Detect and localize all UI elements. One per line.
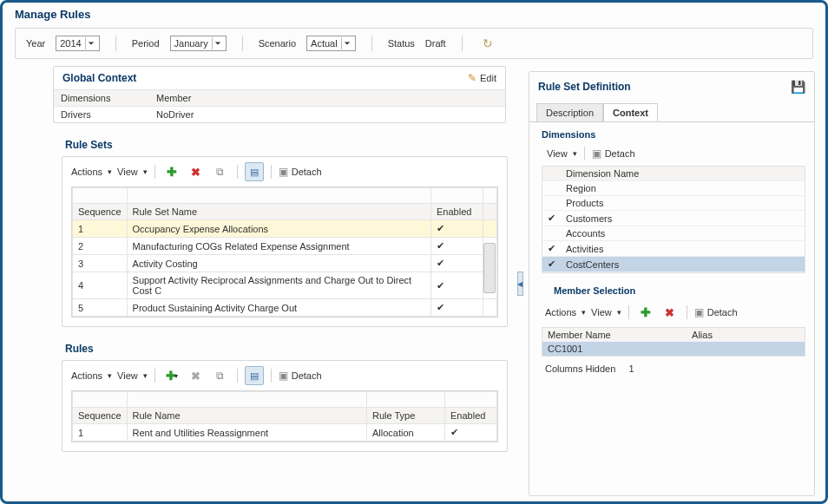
cell-seq: 2 (73, 238, 128, 255)
rules-grid: Sequence Rule Name Rule Type Enabled 1 R… (71, 390, 498, 442)
cell-dim: Accounts (561, 226, 805, 241)
scrollbar-thumb[interactable] (483, 243, 496, 293)
table-row[interactable]: 4 Support Activity Reciprocal Assignment… (73, 272, 497, 299)
cell-check (542, 226, 561, 241)
cell-dimension: Drivers (54, 107, 149, 123)
x-icon: ✖ (665, 306, 674, 319)
col-member-name[interactable]: Member Name (542, 328, 687, 342)
detach-icon: ▣ (279, 166, 288, 178)
table-row[interactable]: Products (542, 196, 805, 211)
table-row[interactable]: ✔Activities (542, 241, 805, 257)
cell-enabled: ✔ (431, 299, 483, 317)
cell-name: Occupancy Expense Allocations (127, 220, 430, 238)
table-row[interactable]: 1 Rent and Utilities Reassignment Alloca… (73, 424, 497, 442)
columns-hidden: Columns Hidden 1 (529, 360, 814, 381)
col-sequence[interactable]: Sequence (73, 408, 128, 424)
copy-button[interactable]: ⧉ (211, 366, 230, 385)
period-label: Period (132, 38, 160, 49)
edit-button[interactable]: ✎ Edit (468, 72, 496, 84)
refresh-icon: ↻ (483, 36, 493, 50)
page-title: Manage Rules (3, 3, 825, 24)
dimensions-grid: Dimension Name Region Products ✔Customer… (542, 166, 805, 273)
rules-title: Rules (53, 336, 508, 360)
tab-context[interactable]: Context (603, 103, 658, 121)
col-dimensions: Dimensions (54, 90, 149, 107)
tab-description[interactable]: Description (536, 103, 603, 121)
separator (242, 36, 243, 51)
view-menu[interactable]: View (591, 307, 621, 317)
table-row[interactable]: 3 Activity Costing ✔ (73, 255, 497, 272)
scenario-select[interactable]: Actual (306, 36, 356, 51)
edit-icon-button[interactable]: ▤ (245, 366, 264, 385)
col-enabled[interactable]: Enabled (445, 408, 497, 424)
table-row[interactable]: Accounts (542, 226, 805, 241)
cell-enabled: ✔ (431, 238, 483, 255)
cell-enabled: ✔ (431, 255, 483, 272)
actions-menu[interactable]: Actions (71, 167, 112, 177)
cell-dim: Customers (561, 211, 805, 226)
year-select[interactable]: 2014 (56, 36, 99, 51)
separator (237, 369, 238, 383)
detach-button[interactable]: ▣ Detach (592, 147, 635, 160)
edit-icon-button[interactable]: ▤ (245, 162, 264, 181)
table-row[interactable]: CC1001 (542, 342, 805, 356)
refresh-button[interactable]: ↻ (478, 34, 497, 53)
col-enabled[interactable]: Enabled (431, 204, 483, 220)
add-button[interactable]: ✚ (636, 303, 655, 322)
table-row[interactable]: Region (542, 181, 805, 196)
col-alias[interactable]: Alias (687, 328, 805, 342)
table-row[interactable]: 2 Manufacturing COGs Related Expense Ass… (73, 238, 497, 255)
detach-button[interactable]: ▣ Detach (694, 306, 738, 318)
period-select[interactable]: January (170, 36, 227, 51)
col-name[interactable]: Rule Name (127, 408, 366, 424)
cell-enabled: ✔ (445, 424, 497, 442)
member-selection-title: Member Selection (529, 278, 814, 299)
rules-toolbar: Actions View ✚▾ ✖ ⧉ ▤ ▣ Detach (62, 361, 507, 390)
col-member: Member (149, 90, 505, 107)
rule-sets-title: Rule Sets (53, 132, 508, 156)
save-icon: 💾 (791, 80, 805, 94)
separator (584, 147, 585, 160)
table-row[interactable]: ✔CostCenters (542, 257, 805, 272)
copy-icon: ⧉ (216, 166, 224, 178)
year-label: Year (26, 38, 45, 49)
detach-label: Detach (292, 167, 322, 177)
col-dim-name[interactable]: Dimension Name (561, 167, 805, 181)
cell-check: ✔ (542, 211, 561, 226)
status-value: Draft (425, 38, 446, 49)
rule-sets-toolbar: Actions View ✚ ✖ ⧉ ▤ ▣ Detach (62, 157, 507, 187)
col-type[interactable]: Rule Type (367, 408, 445, 424)
view-menu[interactable]: View (547, 148, 577, 159)
actions-menu[interactable]: Actions (545, 307, 586, 317)
table-row[interactable]: 1 Occupancy Expense Allocations ✔ (73, 220, 497, 238)
cell-member-name: CC1001 (542, 342, 687, 356)
rsd-tabs: Description Context (529, 96, 814, 122)
delete-button[interactable]: ✖ (660, 303, 680, 322)
separator (237, 165, 238, 179)
detach-label: Detach (292, 370, 322, 381)
detach-button[interactable]: ▣ Detach (279, 370, 322, 382)
table-row[interactable]: ✔Customers (542, 211, 805, 226)
col-name[interactable]: Rule Set Name (127, 204, 430, 220)
table-row[interactable]: 5 Product Sustaining Activity Charge Out… (73, 299, 497, 317)
cell-member: NoDriver (149, 107, 505, 123)
delete-button[interactable]: ✖ (187, 366, 206, 385)
copy-button[interactable]: ⧉ (211, 162, 230, 181)
plus-icon: ✚ (167, 165, 177, 179)
actions-menu[interactable]: Actions (71, 370, 112, 381)
plus-icon: ✚ (641, 305, 651, 319)
add-button[interactable]: ✚ (162, 162, 181, 181)
view-menu[interactable]: View (117, 167, 148, 177)
cell-check: ✔ (542, 241, 561, 257)
cell-name: Manufacturing COGs Related Expense Assig… (127, 238, 430, 255)
view-menu[interactable]: View (117, 370, 148, 381)
col-sequence[interactable]: Sequence (73, 204, 128, 220)
cols-hidden-label: Columns Hidden (545, 363, 615, 374)
add-button[interactable]: ✚▾ (162, 366, 181, 385)
splitter[interactable]: ◀ (516, 66, 523, 501)
cell-seq: 5 (73, 299, 128, 317)
detach-button[interactable]: ▣ Detach (279, 166, 322, 178)
save-button[interactable]: 💾 (788, 77, 807, 96)
global-context-title: Global Context (62, 72, 136, 84)
delete-button[interactable]: ✖ (187, 162, 206, 181)
